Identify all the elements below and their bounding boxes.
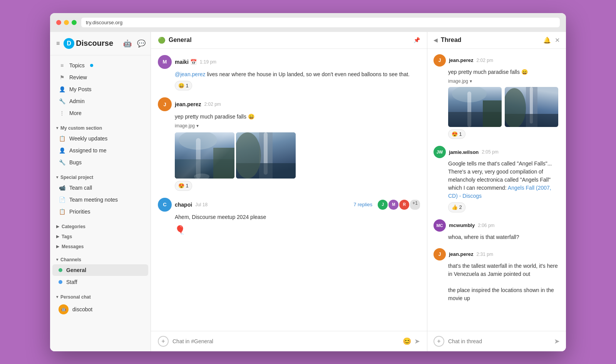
channels-label: Channels xyxy=(60,257,81,262)
thread-panel: ◀ Thread 🔔 ✕ J jean.perez 2:02 pm yep p xyxy=(427,32,566,351)
sidebar-item-admin[interactable]: 🔧 Admin xyxy=(52,95,148,107)
waterfall-image-1[interactable] xyxy=(175,132,234,179)
sidebar-item-team-call[interactable]: 📹 Team call xyxy=(52,182,148,194)
waterfall-image-2[interactable] xyxy=(236,132,296,179)
pin-icon[interactable]: 📌 xyxy=(413,37,420,43)
messages-area: M maiki 📅 1:19 pm @jean.perez lives near… xyxy=(151,49,427,331)
discourse-logo-icon: D xyxy=(64,38,74,49)
tags-chevron: ▶ xyxy=(56,234,59,239)
chat-icon[interactable]: 💬 xyxy=(137,39,146,48)
thread-images xyxy=(448,87,560,127)
sidebar-item-staff-label: Staff xyxy=(66,279,77,285)
reply-plus-badge: +1 xyxy=(410,200,420,210)
reaction-jean[interactable]: 😍 1 xyxy=(175,181,192,191)
messages-header[interactable]: ▶ Messages xyxy=(50,241,151,251)
sidebar-item-team-meeting-notes[interactable]: 📄 Team meeting notes xyxy=(52,194,148,205)
thread-send-icon[interactable]: ➤ xyxy=(554,337,560,346)
thread-reaction-jamie[interactable]: 👍 2 xyxy=(448,202,465,212)
sidebar-item-staff[interactable]: Staff xyxy=(52,276,148,288)
chat-add-button[interactable]: + xyxy=(158,336,169,347)
custom-section-title: My custom section xyxy=(60,125,102,131)
sidebar-item-admin-label: Admin xyxy=(69,98,85,104)
thread-waterfall-1[interactable] xyxy=(448,87,502,127)
sidebar-item-my-posts[interactable]: 👤 My Posts xyxy=(52,83,148,95)
thread-reaction-jean-1[interactable]: 😍 1 xyxy=(448,129,465,139)
messages-label: Messages xyxy=(62,244,84,249)
channels-header[interactable]: ▾ Channels xyxy=(50,254,151,264)
thread-username-jamie: jamie.wilson xyxy=(449,149,479,155)
categories-label: Categories xyxy=(62,224,85,229)
thread-msg-header-jamie: JW jamie.wilson 2:05 pm xyxy=(434,146,560,158)
personal-chat-header[interactable]: ▾ Personal chat xyxy=(50,291,151,301)
sidebar-item-more[interactable]: ⋮ More xyxy=(52,107,148,119)
sidebar-item-discobot[interactable]: 🤖 discobot xyxy=(52,302,148,317)
address-bar[interactable]: try.discourse.org xyxy=(81,18,560,27)
thread-message-jean-2: J jean.perez 2:31 pm that's the tallest … xyxy=(434,248,560,302)
image-label-jean: image.jpg ▾ xyxy=(175,122,420,129)
thread-avatar-jamie: JW xyxy=(434,146,446,158)
review-icon: ⚑ xyxy=(59,74,65,80)
reaction-maiki[interactable]: 😄 1 xyxy=(175,81,192,91)
sidebar-item-discobot-label: discobot xyxy=(72,306,92,312)
sidebar-item-topics[interactable]: ≡ Topics xyxy=(52,60,148,71)
traffic-lights xyxy=(56,20,77,25)
thread-avatar-jean-1: J xyxy=(434,54,446,67)
thread-input[interactable] xyxy=(448,338,550,344)
close-button[interactable] xyxy=(56,20,61,25)
thread-close-icon[interactable]: ✕ xyxy=(555,37,560,44)
sidebar-item-priorities[interactable]: 📋 Priorities xyxy=(52,206,148,217)
message-header-chapoi: C chapoi Jul 18 7 replies J M R +1 xyxy=(158,198,420,212)
send-icon[interactable]: ➤ xyxy=(414,337,420,346)
reply-avatar-2: M xyxy=(388,200,398,210)
thread-back-button[interactable]: ◀ xyxy=(434,37,438,43)
robot-icon[interactable]: 🤖 xyxy=(123,39,132,48)
sidebar-item-assigned-to-me[interactable]: 👤 Assigned to me xyxy=(52,145,148,156)
avatar-jean: J xyxy=(158,97,172,111)
thread-timestamp-mcwumbly: 2:06 pm xyxy=(478,223,494,228)
custom-section-header[interactable]: ▾ My custom section xyxy=(50,122,151,132)
message-group-maiki: M maiki 📅 1:19 pm @jean.perez lives near… xyxy=(158,55,420,91)
sidebar-item-bugs[interactable]: 🔧 Bugs xyxy=(52,157,148,168)
chat-header-title: 🟢 General xyxy=(158,37,192,44)
replies-link[interactable]: 7 replies xyxy=(353,202,372,207)
topics-icon: ≡ xyxy=(59,62,65,68)
my-posts-icon: 👤 xyxy=(59,86,65,92)
message-text-maiki: lives near where the house in Up landed,… xyxy=(207,71,409,77)
sidebar-item-weekly-updates[interactable]: 📋 Weekly updates xyxy=(52,133,148,144)
channel-name: General xyxy=(169,37,192,43)
thread-bell-icon[interactable]: 🔔 xyxy=(543,37,551,44)
special-project-header[interactable]: ▾ Special project xyxy=(50,172,151,182)
thread-username-jean-1: jean.perez xyxy=(449,57,474,63)
sidebar-nav: ≡ Topics ⚑ Review 👤 My Posts 🔧 Admin xyxy=(50,55,151,321)
thread-msg-body-jamie: Google tells me that's called "Angel Fal… xyxy=(448,160,560,212)
tags-header[interactable]: ▶ Tags xyxy=(50,231,151,241)
thread-msg-body-jean-1: yep pretty much paradise falls 😄 image.j… xyxy=(448,68,560,139)
emoji-icon[interactable]: 😊 xyxy=(403,337,411,346)
more-icon: ⋮ xyxy=(59,110,65,116)
maximize-button[interactable] xyxy=(72,20,77,25)
avatar-chapoi: C xyxy=(158,198,172,212)
categories-header[interactable]: ▶ Categories xyxy=(50,221,151,231)
thread-messages: J jean.perez 2:02 pm yep pretty much par… xyxy=(427,49,566,331)
team-meeting-icon: 📄 xyxy=(59,197,65,203)
personal-chat-chevron: ▾ xyxy=(56,295,58,299)
mention-jean: @jean.perez xyxy=(175,71,206,77)
sidebar-item-review[interactable]: ⚑ Review xyxy=(52,72,148,83)
thread-waterfall-2[interactable] xyxy=(505,87,558,127)
chat-input[interactable] xyxy=(172,338,399,344)
thread-username-jean-2: jean.perez xyxy=(449,251,474,257)
minimize-button[interactable] xyxy=(64,20,69,25)
thread-avatar-mcwumbly: MC xyxy=(434,219,446,232)
svg-rect-5 xyxy=(213,148,234,179)
svg-rect-0 xyxy=(175,132,234,179)
thread-message-jamie: JW jamie.wilson 2:05 pm Google tells me … xyxy=(434,146,560,212)
sidebar-item-general[interactable]: General xyxy=(52,264,148,276)
team-call-icon: 📹 xyxy=(59,185,65,191)
chat-input-actions: 😊 ➤ xyxy=(403,337,420,346)
sidebar-item-weekly-updates-label: Weekly updates xyxy=(69,135,107,142)
priorities-icon: 📋 xyxy=(59,209,65,215)
balloon-emoji: 🎈 xyxy=(175,224,420,236)
message-group-chapoi: C chapoi Jul 18 7 replies J M R +1 Ahem,… xyxy=(158,198,420,236)
hamburger-icon[interactable]: ≡ xyxy=(56,40,60,47)
thread-add-button[interactable]: + xyxy=(434,336,444,347)
